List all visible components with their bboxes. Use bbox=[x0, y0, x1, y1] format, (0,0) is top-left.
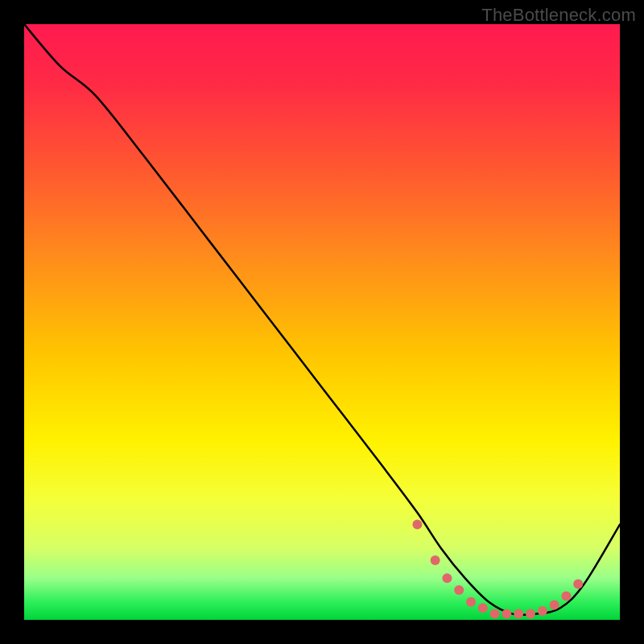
plot-area bbox=[24, 24, 620, 620]
gradient-background bbox=[24, 24, 620, 620]
marker-point bbox=[573, 580, 583, 589]
marker-point bbox=[550, 601, 559, 610]
marker-point bbox=[431, 555, 440, 565]
marker-point bbox=[514, 609, 523, 619]
marker-point bbox=[454, 585, 464, 595]
marker-point bbox=[442, 573, 452, 583]
marker-point bbox=[478, 603, 488, 613]
marker-point bbox=[466, 597, 476, 607]
watermark-text: TheBottleneck.com bbox=[481, 5, 636, 26]
chart-svg bbox=[24, 24, 620, 620]
marker-point bbox=[538, 606, 547, 616]
marker-point bbox=[490, 609, 500, 619]
marker-point bbox=[502, 609, 511, 619]
chart-stage: TheBottleneck.com bbox=[0, 0, 644, 644]
marker-point bbox=[412, 520, 422, 530]
marker-point bbox=[561, 591, 571, 601]
marker-point bbox=[526, 609, 535, 619]
